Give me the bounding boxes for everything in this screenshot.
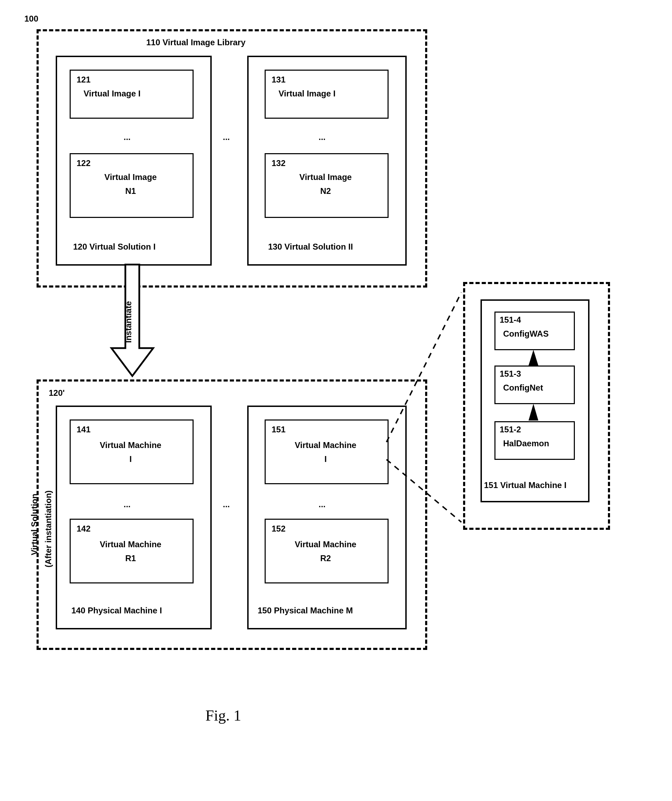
svg-marker-4 <box>529 404 538 420</box>
stack-arrows <box>21 14 651 780</box>
figure-label: Fig. 1 <box>205 707 241 724</box>
svg-marker-3 <box>529 350 538 365</box>
